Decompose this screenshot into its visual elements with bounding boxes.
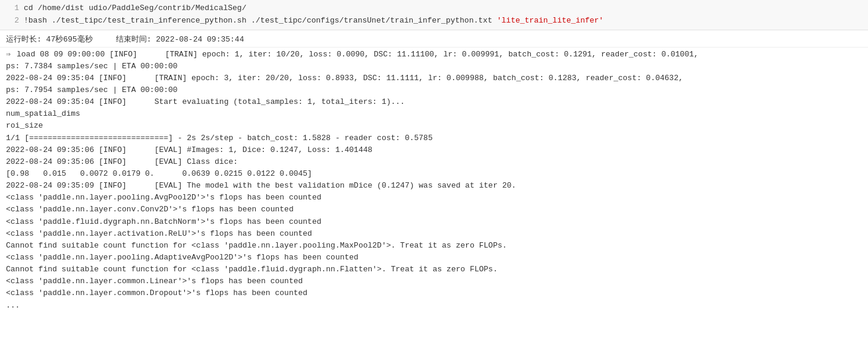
log-text-16: Cannot find suitable count function for … bbox=[6, 240, 507, 252]
log-line-6: roi_size bbox=[6, 120, 868, 132]
log-line-1: ps: 7.7384 samples/sec | ETA 00:00:00 bbox=[6, 61, 868, 72]
log-line-5: num_spatial_dims bbox=[6, 108, 868, 120]
log-line-20: <class 'paddle.nn.layer.common.Dropout'>… bbox=[6, 287, 868, 299]
runtime-label: 运行时长: 47秒695毫秒 bbox=[6, 35, 93, 44]
log-text-14: <class 'paddle.fluid.dygraph.nn.BatchNor… bbox=[6, 216, 322, 228]
log-line-17: <class 'paddle.nn.layer.pooling.Adaptive… bbox=[6, 252, 868, 264]
log-area: ⇒load 08 09 09:00:00 [INFO] [TRAIN] epoc… bbox=[0, 47, 868, 313]
log-line-15: <class 'paddle.nn.layer.activation.ReLU'… bbox=[6, 228, 868, 240]
runtime-end-label: 结束时间: bbox=[116, 35, 152, 44]
log-line-7: 1/1 [==============================] - 2… bbox=[6, 132, 868, 144]
log-line-8: 2022-08-24 09:35:06 [INFO] [EVAL] #Image… bbox=[6, 144, 868, 156]
log-line-2: 2022-08-24 09:35:04 [INFO] [TRAIN] epoch… bbox=[6, 72, 868, 84]
log-line-21: ... bbox=[6, 300, 868, 312]
log-text-20: <class 'paddle.nn.layer.common.Dropout'>… bbox=[6, 287, 307, 299]
log-line-18: Cannot find suitable count function for … bbox=[6, 264, 868, 275]
log-text-7: 1/1 [==============================] - 2… bbox=[6, 132, 433, 144]
log-text-18: Cannot find suitable count function for … bbox=[6, 264, 498, 275]
log-text-17: <class 'paddle.nn.layer.pooling.Adaptive… bbox=[6, 252, 358, 264]
log-text-4: 2022-08-24 09:35:04 [INFO] Start evaluat… bbox=[6, 96, 405, 108]
log-line-19: <class 'paddle.nn.layer.common.Linear'>'… bbox=[6, 275, 868, 287]
log-line-3: ps: 7.7954 samples/sec | ETA 00:00:00 bbox=[6, 84, 868, 96]
command-text-2: !bash ./test_tipc/test_train_inference_p… bbox=[24, 15, 603, 27]
log-line-14: <class 'paddle.fluid.dygraph.nn.BatchNor… bbox=[6, 216, 868, 228]
commands-section: 1 cd /home/dist udio/PaddleSeg/contrib/M… bbox=[0, 0, 868, 30]
log-text-6: roi_size bbox=[6, 120, 43, 132]
command-highlight-2: 'lite_train_lite_infer' bbox=[497, 16, 603, 25]
log-text-0: load 08 09 09:00:00 [INFO] [TRAIN] epoch… bbox=[17, 49, 699, 61]
log-line-12: <class 'paddle.nn.layer.pooling.AvgPool2… bbox=[6, 192, 868, 204]
command-line-2: 2 !bash ./test_tipc/test_train_inference… bbox=[5, 15, 863, 27]
log-text-10: [0.98 0.015 0.0072 0.0179 0. 0.0639 0.02… bbox=[6, 168, 312, 180]
log-line-13: <class 'paddle.nn.layer.conv.Conv2D'>'s … bbox=[6, 204, 868, 216]
runtime-end-time: 2022-08-24 09:35:44 bbox=[156, 35, 244, 44]
log-text-2: 2022-08-24 09:35:04 [INFO] [TRAIN] epoch… bbox=[6, 72, 683, 84]
log-text-13: <class 'paddle.nn.layer.conv.Conv2D'>'s … bbox=[6, 204, 294, 216]
log-line-0: ⇒load 08 09 09:00:00 [INFO] [TRAIN] epoc… bbox=[6, 49, 868, 61]
runtime-info: 运行时长: 47秒695毫秒 结束时间: 2022-08-24 09:35:44 bbox=[0, 30, 868, 47]
log-text-8: 2022-08-24 09:35:06 [INFO] [EVAL] #Image… bbox=[6, 144, 372, 156]
log-text-1: ps: 7.7384 samples/sec | ETA 00:00:00 bbox=[6, 61, 178, 72]
log-line-16: Cannot find suitable count function for … bbox=[6, 240, 868, 252]
log-text-15: <class 'paddle.nn.layer.activation.ReLU'… bbox=[6, 228, 312, 240]
log-line-4: 2022-08-24 09:35:04 [INFO] Start evaluat… bbox=[6, 96, 868, 108]
log-text-5: num_spatial_dims bbox=[6, 108, 80, 120]
log-text-12: <class 'paddle.nn.layer.pooling.AvgPool2… bbox=[6, 192, 322, 204]
log-text-11: 2022-08-24 09:35:09 [INFO] [EVAL] The mo… bbox=[6, 180, 516, 192]
log-line-10: [0.98 0.015 0.0072 0.0179 0. 0.0639 0.02… bbox=[6, 168, 868, 180]
log-text-3: ps: 7.7954 samples/sec | ETA 00:00:00 bbox=[6, 84, 178, 96]
log-text-9: 2022-08-24 09:35:06 [INFO] [EVAL] Class … bbox=[6, 156, 238, 168]
line-number-1: 1 bbox=[5, 2, 19, 15]
log-text-21: ... bbox=[6, 300, 20, 312]
log-text-19: <class 'paddle.nn.layer.common.Linear'>'… bbox=[6, 275, 303, 287]
log-line-11: 2022-08-24 09:35:09 [INFO] [EVAL] The mo… bbox=[6, 180, 868, 192]
log-line-9: 2022-08-24 09:35:06 [INFO] [EVAL] Class … bbox=[6, 156, 868, 168]
arrow-icon: ⇒ bbox=[6, 49, 14, 61]
line-number-2: 2 bbox=[5, 15, 19, 27]
command-text-1: cd /home/dist udio/PaddleSeg/contrib/Med… bbox=[24, 2, 246, 15]
command-line-1: 1 cd /home/dist udio/PaddleSeg/contrib/M… bbox=[5, 2, 863, 15]
command-text-2-main: !bash ./test_tipc/test_train_inference_p… bbox=[24, 16, 497, 25]
